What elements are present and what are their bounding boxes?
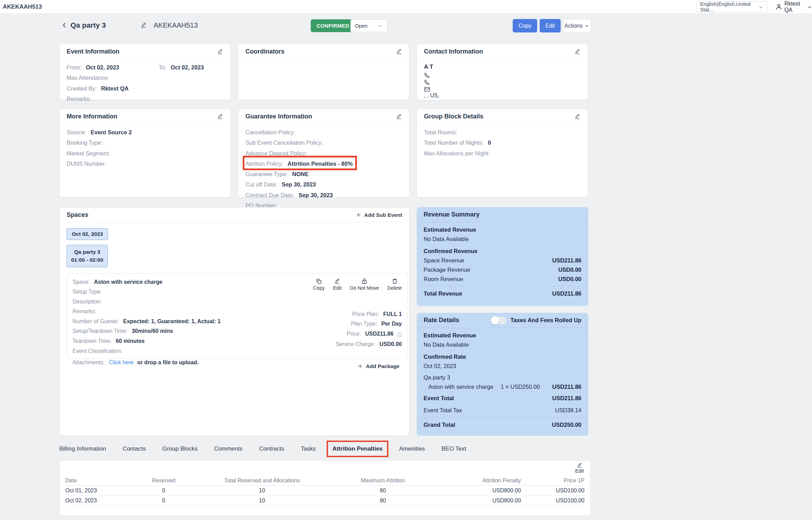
tab-amenities[interactable]: Amenities [399, 445, 425, 452]
language-select-value: English(English,United Stat... [700, 1, 758, 12]
copy-icon [316, 278, 322, 285]
price-plan-row: Price Plan: FULL 1 [336, 310, 402, 318]
delete-space-button[interactable]: Delete [387, 278, 402, 291]
no-data-text: No Data Available [424, 341, 581, 348]
actions-label: Actions [564, 23, 582, 29]
event-total-row: Event Total USD211.86 [424, 395, 581, 404]
sub-event-chip[interactable]: Qa party 3 01:00 - 02:00 [67, 245, 108, 267]
lock-icon [361, 278, 368, 285]
advance-deposit-row: Advance Deposit Policy: [245, 150, 402, 157]
card-title: Guarantee Information [245, 113, 312, 120]
pencil-icon [577, 462, 582, 468]
event-header: Qa party 3 AKEKAAH513 CONFIRMED Open Cop… [0, 18, 812, 33]
edit-event-info-icon[interactable] [217, 48, 223, 55]
info-icon[interactable] [397, 331, 402, 337]
rate-event-name: Qa party 3 [424, 374, 581, 381]
tab-tasks[interactable]: Tasks [301, 445, 316, 452]
confirmed-revenue-heading: Confirmed Revenue [424, 248, 581, 254]
grand-total-row: Grand Total USD250.00 [424, 422, 581, 431]
cutoff-date-row: Cut off Date: Sep 30, 2023 [245, 181, 402, 188]
source-row: Source: Event Source 2 [67, 128, 223, 136]
plus-icon [356, 212, 361, 218]
group-block-details-card: Group Block Details Total Rooms: Total N… [417, 109, 588, 198]
tab-billing-information[interactable]: Billing Information [59, 445, 106, 452]
space-detail-box: Space: Aston with service charge Setup T… [67, 273, 408, 358]
table-row[interactable]: Oct 02, 2023 0 10 80 USD800.00 USD100.00 [65, 496, 584, 506]
card-title: Spaces [67, 211, 88, 219]
attrition-penalties-card: Edit Date Reserved Total Reserved and Al… [59, 460, 590, 516]
edit-group-block-icon[interactable] [574, 113, 581, 120]
guarantee-type-row: Guarantee Type: NONE [245, 170, 402, 178]
top-bar: AKEKAAH513 English(English,United Stat..… [0, 0, 812, 14]
contact-name: A T [424, 64, 581, 70]
edit-coordinators-icon[interactable] [396, 48, 402, 55]
revenue-summary-panel: Revenue Summary Estimated Revenue No Dat… [417, 207, 588, 306]
price-row: Price: USD211.86 [336, 330, 402, 338]
attrition-table: Date Reserved Total Reserved and Allocat… [60, 476, 590, 506]
tab-attrition-penalties[interactable]: Attrition Penalties [332, 445, 383, 452]
edit-table-button[interactable]: Edit [575, 462, 584, 474]
table-row[interactable]: Oct 01, 2023 0 10 80 USD800.00 USD100.00 [65, 486, 584, 496]
edit-title-icon[interactable] [140, 22, 147, 29]
user-menu[interactable]: Rktest QA [775, 1, 812, 12]
taxes-rolled-up-toggle[interactable] [491, 317, 506, 324]
edit-space-button[interactable]: Edit [333, 278, 341, 291]
contract-due-row: Contract Due Date: Sep 30, 2023 [245, 191, 402, 199]
event-information-card: Event Information From: Oct 02, 2023 To:… [59, 44, 231, 100]
chevron-down-icon [758, 4, 764, 10]
attachments-upload-link[interactable]: Click here [109, 359, 134, 365]
mail-icon [424, 86, 430, 92]
table-header-row: Date Reserved Total Reserved and Allocat… [65, 476, 584, 486]
pencil-icon [334, 278, 340, 285]
toggle-label: Taxes And Fees Rolled Up [511, 317, 581, 324]
tab-group-blocks[interactable]: Group Blocks [162, 445, 197, 452]
tab-beo-text[interactable]: BEO Text [442, 445, 466, 452]
actions-button[interactable]: Actions [563, 19, 591, 32]
phone-icon [424, 79, 430, 85]
card-title: Contact Information [424, 48, 483, 55]
sub-event-cancellation-row: Sub Event Cancellation Policy: [245, 139, 402, 146]
do-not-move-button[interactable]: Do Not Move [350, 278, 379, 291]
event-total-tax-row: Event Total Tax USD38.14 [424, 407, 581, 414]
date-chip[interactable]: Oct 02, 2023 [67, 228, 108, 240]
space-revenue-row: Space Revenue USD211.86 [424, 257, 581, 264]
status-badge: CONFIRMED [311, 19, 355, 32]
edit-contact-info-icon[interactable] [574, 48, 581, 55]
panel-title: Rate Details [424, 317, 459, 324]
package-revenue-row: Package Revenue USD0.00 [424, 267, 581, 273]
edit-guarantee-icon[interactable] [396, 113, 402, 120]
state-select[interactable]: Open [350, 19, 387, 32]
guarantee-information-card: Guarantee Information Cancellation Polic… [238, 109, 409, 198]
total-rooms-row: Total Rooms: [424, 128, 581, 136]
panel-title: Revenue Summary [424, 211, 480, 218]
duns-number-row: DUNS Number: [67, 160, 223, 167]
tab-contacts[interactable]: Contacts [123, 445, 146, 452]
tab-comments[interactable]: Comments [214, 445, 242, 452]
cancellation-policy-row: Cancellation Policy: [245, 128, 402, 136]
service-charge-row: Service Charge: USD0.00 [336, 340, 402, 348]
coordinators-card: Coordinators [238, 44, 409, 100]
rate-line-item: Aston with service charge 1 × USD250.00 … [424, 384, 581, 390]
user-icon [775, 3, 782, 10]
description-row: Description: [72, 298, 402, 306]
app-code: AKEKAAH513 [3, 0, 42, 14]
add-sub-event-button[interactable]: Add Sub Event [356, 212, 402, 218]
card-title: More Information [67, 113, 117, 120]
detail-tabs: Billing Information Contacts Group Block… [59, 441, 466, 457]
trash-icon [392, 278, 398, 285]
back-button[interactable] [60, 21, 69, 30]
edit-more-info-icon[interactable] [217, 113, 223, 120]
confirmed-rate-heading: Confirmed Rate [424, 354, 581, 360]
tab-contracts[interactable]: Contracts [259, 445, 284, 452]
copy-button[interactable]: Copy [513, 19, 537, 32]
language-select[interactable]: English(English,United Stat... [696, 1, 767, 12]
copy-space-button[interactable]: Copy [313, 278, 325, 291]
page-title: Qa party 3 [70, 21, 106, 29]
total-revenue-row: Total Revenue USD211.86 [424, 290, 581, 300]
edit-button[interactable]: Edit [540, 19, 561, 32]
contact-address: , , US, [424, 93, 581, 99]
card-title: Coordinators [245, 48, 284, 55]
state-select-value: Open [355, 23, 368, 29]
no-data-text: No Data Available [424, 236, 581, 242]
total-nights-row: Total Number of Nights: 0 [424, 139, 581, 146]
